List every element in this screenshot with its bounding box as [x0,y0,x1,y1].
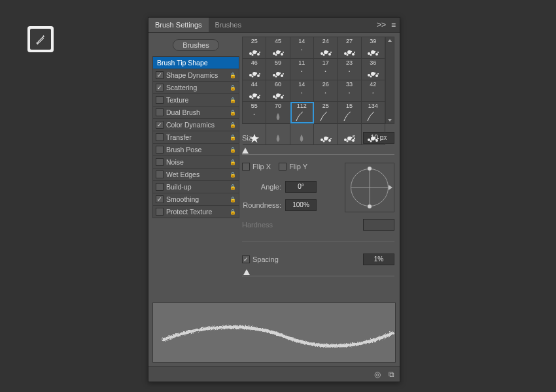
settings-row-build-up[interactable]: Build-up🔒 [153,181,239,193]
settings-row-texture[interactable]: Texture🔒 [153,94,239,106]
angle-roundness-widget[interactable] [345,163,394,212]
settings-row-dual-brush[interactable]: Dual Brush🔒 [153,106,239,119]
svg-point-58 [279,94,281,95]
settings-row-wet-edges[interactable]: Wet Edges🔒 [153,169,239,181]
svg-point-45 [370,76,372,78]
settings-row-protect-texture[interactable]: Protect Texture🔒 [153,206,239,218]
brush-preset-cell[interactable]: 17• [314,59,338,80]
settings-row-color-dynamics[interactable]: Color Dynamics🔒 [153,119,239,131]
settings-checkbox[interactable] [156,171,164,178]
svg-point-74 [375,139,378,142]
brush-size-number: 46 [243,59,266,66]
new-brush-button[interactable]: ⧉ [389,370,394,379]
brush-preset-cell[interactable]: 46 [243,59,266,80]
svg-point-30 [249,74,252,76]
brush-preset-cell[interactable]: 33• [338,80,361,102]
spacing-checkbox[interactable]: Spacing [242,255,279,263]
lock-icon[interactable]: 🔒 [229,197,237,203]
brush-preset-cell[interactable]: 55• [243,102,266,123]
angle-value-input[interactable]: 0° [285,181,317,193]
svg-point-41 [283,73,284,74]
settings-checkbox[interactable] [156,71,164,79]
flip-x-label: Flip X [252,163,271,171]
brush-preset-cell[interactable]: 14• [290,37,314,59]
lock-icon[interactable]: 🔒 [229,85,237,91]
settings-row-shape-dynamics[interactable]: Shape Dynamics🔒 [153,69,239,82]
brush-preset-cell[interactable]: 11• [290,59,314,80]
brush-preset-cell[interactable]: 42• [362,80,385,102]
brush-preset-cell[interactable]: 24 [314,37,338,59]
brush-preset-cell[interactable]: 70 [266,102,290,123]
settings-checkbox[interactable] [156,158,164,166]
brush-preset-cell[interactable]: 60 [266,80,290,102]
brush-preset-cell[interactable]: 26• [314,80,338,102]
brush-preset-cell[interactable]: 44 [243,80,266,102]
settings-row-noise[interactable]: Noise🔒 [153,156,239,169]
tab-brush-settings[interactable]: Brush Settings [148,18,209,32]
tab-brushes[interactable]: Brushes [209,18,248,32]
settings-label: Scattering [166,84,226,91]
settings-row-brush-tip-shape[interactable]: Brush Tip Shape [153,57,239,69]
lock-icon[interactable]: 🔒 [229,172,237,178]
brush-preset-cell[interactable] [243,123,266,145]
brush-preset-cell[interactable]: 112 [290,102,314,123]
settings-checkbox[interactable] [156,195,164,203]
brush-preset-cell[interactable] [290,123,314,145]
settings-checkbox[interactable] [156,146,164,154]
brush-preset-cell[interactable]: 25 [243,37,266,59]
panel-collapse-button[interactable]: >> [377,20,386,29]
brush-size-number: 17 [314,59,337,66]
svg-point-40 [279,73,281,74]
brush-preset-cell[interactable]: 25 [314,102,338,123]
settings-row-scattering[interactable]: Scattering🔒 [153,82,239,94]
brush-preset-cell[interactable]: 36 [362,59,385,80]
brush-shape-icon [364,67,382,80]
brush-preset-cell[interactable] [362,123,385,145]
brush-preset-cell[interactable] [266,123,290,145]
size-slider[interactable] [242,145,394,155]
spacing-value-input[interactable]: 1% [363,253,394,265]
settings-checkbox[interactable] [156,108,164,116]
settings-checkbox[interactable] [156,133,164,141]
settings-row-transfer[interactable]: Transfer🔒 [153,131,239,144]
svg-point-21 [346,54,348,56]
brush-size-number: 42 [362,81,385,88]
svg-point-13 [324,50,328,54]
brush-size-number: 33 [338,81,360,88]
roundness-value-input[interactable]: 100% [285,199,317,211]
brush-presets-button[interactable]: Brushes [173,39,218,51]
toggle-preview-button[interactable]: ◎ [374,370,381,379]
brush-preset-cell[interactable]: 27 [338,37,361,59]
lock-icon[interactable]: 🔒 [229,97,237,103]
brush-preset-cell[interactable] [314,123,338,145]
settings-checkbox[interactable] [156,183,164,191]
brush-preset-cell[interactable]: 23• [338,59,361,80]
settings-checkbox[interactable] [156,84,164,91]
brush-preset-cell[interactable] [338,123,361,145]
brush-preset-cell[interactable]: 39 [362,37,385,59]
flip-y-checkbox[interactable]: Flip Y [279,163,307,171]
brush-grid-scrollbar[interactable] [385,37,394,123]
lock-icon[interactable]: 🔒 [229,209,237,215]
settings-row-smoothing[interactable]: Smoothing🔒 [153,193,239,206]
lock-icon[interactable]: 🔒 [229,184,237,190]
brush-preset-cell[interactable]: 59 [266,59,290,80]
lock-icon[interactable]: 🔒 [229,159,237,165]
lock-icon[interactable]: 🔒 [229,110,237,116]
brush-preset-cell[interactable]: 45 [266,37,290,59]
lock-icon[interactable]: 🔒 [229,73,237,78]
brush-preset-cell[interactable]: 15 [338,102,361,123]
brush-preset-cell[interactable]: 14• [290,80,314,102]
brush-size-number: 14 [290,81,313,88]
panel-menu-button[interactable]: ≡ [391,20,396,29]
lock-icon[interactable]: 🔒 [229,147,237,153]
lock-icon[interactable]: 🔒 [229,135,237,140]
spacing-slider[interactable] [242,267,394,276]
lock-icon[interactable]: 🔒 [229,122,237,128]
settings-checkbox[interactable] [156,121,164,129]
settings-checkbox[interactable] [156,208,164,216]
settings-row-brush-pose[interactable]: Brush Pose🔒 [153,144,239,156]
flip-x-checkbox[interactable]: Flip X [242,163,271,171]
brush-preset-cell[interactable]: 134 [362,102,385,123]
settings-checkbox[interactable] [156,96,164,104]
